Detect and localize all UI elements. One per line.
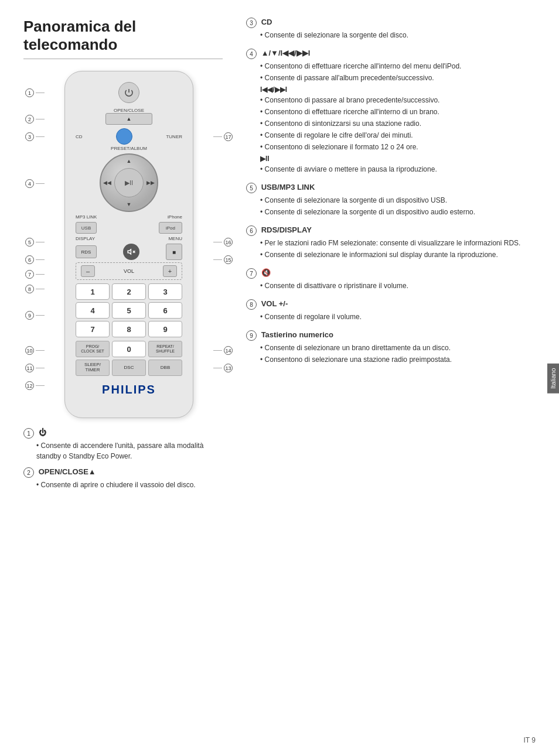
right-desc-body-3: Consente di selezionare la sorgente del …: [246, 30, 541, 40]
right-desc-bullet-5-1: Consente di selezionare la sorgente di u…: [260, 195, 541, 206]
right-desc-body-8: Consente di regolare il volume.: [246, 312, 541, 322]
label-12: 12: [23, 381, 45, 390]
right-desc-body-4: Consentono di effettuare ricerche all'in…: [246, 61, 541, 175]
num-button-5[interactable]: 5: [112, 302, 146, 319]
circle-6: 6: [25, 255, 34, 264]
right-desc-4: 4 ▲/▼/I◀◀/▶▶I Consentono di effettuare r…: [246, 49, 541, 175]
play-pause-icon: ▶II: [125, 179, 133, 187]
connector-17: [213, 136, 222, 137]
prog-repeat-row: PROG/CLOCK SET 0 REPEAT/SHUFFLE: [76, 341, 182, 357]
iphone-label: iPhone: [168, 214, 182, 220]
num-button-2[interactable]: 2: [112, 283, 146, 300]
connector-6: [36, 259, 45, 260]
page-container: Panoramica del telecomando: [0, 0, 559, 756]
connector-14: [213, 350, 222, 351]
mp3-link-label: MP3 LINK: [76, 214, 97, 220]
vol-minus-button[interactable]: –: [81, 265, 95, 277]
sleep-timer-button[interactable]: SLEEP/TIMER: [76, 360, 110, 376]
connector-9: [36, 315, 45, 316]
right-desc-header-5: 5 USB/MP3 LINK: [246, 183, 541, 193]
connector-15: [213, 259, 222, 260]
circle-14: 14: [224, 346, 233, 355]
usb-button[interactable]: USB: [76, 222, 97, 234]
right-desc-8: 8 VOL +/- Consente di regolare il volume…: [246, 299, 541, 322]
vol-plus-button[interactable]: +: [163, 265, 177, 277]
jog-left-icon: ◀◀: [103, 180, 111, 186]
ipod-button[interactable]: iPod: [159, 222, 182, 234]
right-desc-bullet-4a-4: Consente di regolare le cifre dell'ora/ …: [260, 130, 541, 141]
display-label: DISPLAY: [76, 236, 95, 241]
desc-header-2: 2 OPEN/CLOSE▲: [23, 467, 223, 478]
right-desc-header-4: 4 ▲/▼/I◀◀/▶▶I: [246, 49, 541, 59]
right-desc-title-7: 🔇: [261, 268, 271, 277]
circle-3: 3: [25, 132, 34, 141]
jog-area: ▲ ▼ ◀◀ ▶▶ ▶II: [76, 153, 182, 212]
label-8: 8: [23, 285, 45, 293]
right-desc-header-8: 8 VOL +/-: [246, 299, 541, 310]
jog-bottom-icon: ▼: [127, 201, 132, 207]
label-9: 9: [23, 311, 45, 320]
connector-5: [36, 242, 45, 242]
circle-10: 10: [25, 346, 34, 355]
num-button-9[interactable]: 9: [148, 321, 182, 337]
remote-labels: OPEN/CLOSE ▲ CD TUNER: [23, 71, 234, 422]
display-menu-row: DISPLAY MENU: [76, 236, 182, 241]
right-column: 3 CD Consente di selezionare la sorgente…: [234, 18, 559, 738]
right-desc-header-6: 6 RDS/DISPLAY: [246, 225, 541, 236]
num-button-4[interactable]: 4: [76, 302, 110, 319]
label-13: 13: [213, 364, 234, 372]
connector-12: [36, 385, 45, 386]
desc-body-1: Consente di accendere l'unità, passare a…: [23, 440, 223, 461]
left-column: Panoramica del telecomando: [0, 18, 234, 738]
right-desc-title-5: USB/MP3 LINK: [261, 183, 315, 191]
num-button-8[interactable]: 8: [112, 321, 146, 337]
num-button-7[interactable]: 7: [76, 321, 110, 337]
num-button-0[interactable]: 0: [112, 341, 146, 357]
repeat-shuffle-button[interactable]: REPEAT/SHUFFLE: [148, 341, 182, 357]
right-desc-7: 7 🔇 Consente di disattivare o ripristina…: [246, 268, 541, 291]
circle-9: 9: [25, 311, 34, 320]
right-desc-bullet-6-1: Per le stazioni radio FM selezionate: co…: [260, 238, 541, 248]
power-button[interactable]: [118, 82, 139, 103]
num-button-6[interactable]: 6: [148, 302, 182, 319]
right-desc-bullet-8-1: Consente di regolare il volume.: [260, 312, 541, 322]
cd-tuner-row: CD TUNER: [76, 128, 182, 145]
circle-15: 15: [224, 255, 233, 264]
jog-top-icon: ▲: [127, 158, 132, 164]
mute-button[interactable]: [123, 244, 139, 260]
right-desc-num-5: 5: [246, 183, 257, 193]
desc-num-2: 2: [23, 467, 34, 478]
right-desc-5: 5 USB/MP3 LINK Consente di selezionare l…: [246, 183, 541, 217]
mute-icon: [127, 248, 135, 256]
eject-button[interactable]: ▲: [105, 113, 152, 125]
page-title: Panoramica del telecomando: [23, 18, 223, 59]
connector-3: [36, 136, 45, 137]
right-desc-bullet-4a-1: Consentono di passare al brano precedent…: [260, 95, 541, 105]
desc-bullet-1-1: Consente di accendere l'unità, passare a…: [36, 440, 223, 461]
right-desc-bullet-4a-3: Consentono di sintonizzarsi su una stazi…: [260, 118, 541, 129]
connector-16: [213, 242, 222, 242]
right-desc-body-6: Per le stazioni radio FM selezionate: co…: [246, 238, 541, 260]
num-button-3[interactable]: 3: [148, 283, 182, 300]
circle-2: 2: [25, 115, 34, 124]
connector-2: [36, 119, 45, 119]
dsc-button[interactable]: DSC: [112, 360, 146, 376]
desc-symbol-1: ⏻: [39, 428, 46, 437]
jog-right-icon: ▶▶: [146, 180, 155, 186]
rds-label: RDS: [81, 249, 91, 255]
jog-wheel[interactable]: ▲ ▼ ◀◀ ▶▶ ▶II: [100, 153, 158, 212]
right-desc-num-8: 8: [246, 299, 257, 310]
right-desc-body-7: Consente di disattivare o ripristinare i…: [246, 280, 541, 291]
label-14: 14: [213, 346, 234, 355]
cd-button[interactable]: [116, 128, 132, 145]
right-desc-title-4: ▲/▼/I◀◀/▶▶I: [261, 49, 311, 57]
cd-label: CD: [76, 134, 83, 139]
jog-center-button[interactable]: ▶II: [114, 168, 144, 197]
stop-button[interactable]: ■: [166, 244, 182, 260]
right-desc-title-8: VOL +/-: [261, 299, 288, 308]
num-button-1[interactable]: 1: [76, 283, 110, 300]
dbb-button[interactable]: DBB: [148, 360, 182, 376]
prog-clock-button[interactable]: PROG/CLOCK SET: [76, 341, 110, 357]
rds-button[interactable]: RDS: [76, 245, 97, 258]
circle-7: 7: [25, 270, 34, 279]
